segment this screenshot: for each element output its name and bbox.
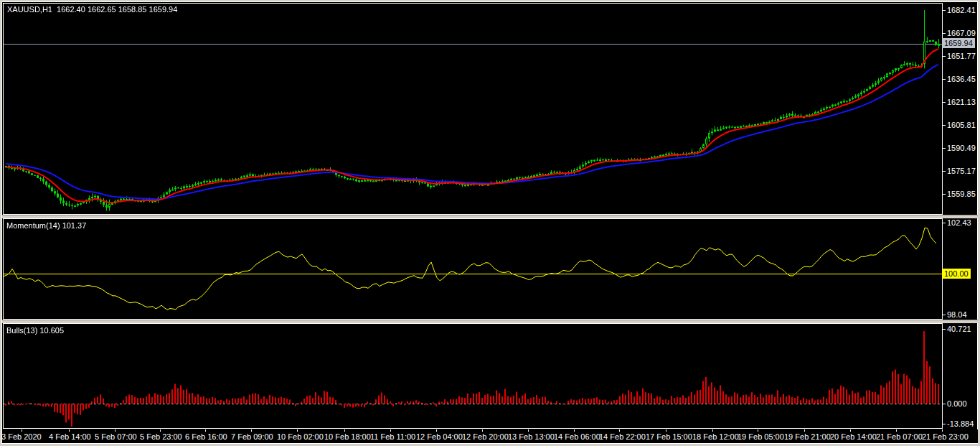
time-axis-tick [482,429,483,432]
time-axis-tick [251,429,252,432]
time-axis-label: 4 Feb 14:00 [49,432,91,441]
price-axis-label: 1636.45 [947,75,976,83]
time-axis-label: 13 Feb 13:00 [508,432,555,441]
bulls-axis-label: 40.721 [947,325,971,333]
symbol-ohlc-label: XAUUSD,H1 1662.40 1662.65 1658.85 1659.9… [7,5,177,14]
time-axis-label: 10 Feb 02:00 [277,432,324,441]
time-axis-tick [22,429,22,432]
momentum-axis-label: 98.04 [947,310,967,319]
momentum-indicator-label: Momentum(14) 101.37 [6,221,86,231]
bulls-axis-label-tick [942,404,946,404]
time-axis-tick [297,429,298,432]
time-axis-label: 7 Feb 09:00 [231,432,273,441]
time-axis-label: 10 Feb 18:00 [324,432,371,441]
momentum-axis-label: 102.43 [947,218,971,227]
time-axis-tick [344,429,345,432]
time-axis-tick [758,429,758,432]
price-axis-label-tick [942,148,946,149]
time-axis-label: 12 Feb 20:00 [462,432,509,441]
time-axis-tick [69,429,70,432]
bulls-panel [3,323,943,429]
candlestick-chart-canvas[interactable] [4,4,942,214]
time-axis-label: 21 Feb 23:00 [922,432,969,441]
price-axis-label-tick [942,102,946,103]
time-axis-label: 21 Feb 07:00 [876,432,923,441]
price-axis-label: 1651.77 [947,52,976,60]
price-axis-label: 1590.49 [947,144,976,152]
time-axis-label: 20 Feb 14:00 [830,432,877,441]
panel-splitter-bulls[interactable] [2,320,978,323]
time-axis-tick [896,429,897,432]
time-axis-label: 11 Feb 11:00 [370,432,415,441]
time-axis-label: 17 Feb 15:00 [646,432,692,441]
bulls-indicator-label: Bulls(13) 10.605 [6,326,64,335]
price-axis-label-tick [942,125,946,126]
price-axis-label: 1667.09 [947,29,976,37]
time-axis-tick [712,429,713,432]
panel-splitter-momentum[interactable] [2,215,978,218]
time-axis-tick [390,429,391,432]
time-axis-label: 6 Feb 16:00 [185,432,227,441]
time-axis-tick [436,429,437,432]
bulls-chart-canvas[interactable] [4,324,942,428]
time-axis-label: 12 Feb 04:00 [416,432,463,441]
time-axis-tick [804,429,805,432]
time-axis-label: 14 Feb 06:00 [554,432,600,441]
time-axis-tick [666,429,666,432]
time-axis-label: 5 Feb 07:00 [95,432,137,441]
mt4-chart-window: XAUUSD,H1 1662.40 1662.65 1658.85 1659.9… [0,0,980,446]
time-axis-label: 19 Feb 05:00 [738,432,784,441]
time-axis-label: 14 Feb 22:00 [599,432,646,441]
price-axis-label-tick [942,194,946,195]
momentum-axis-label-tick [942,315,946,315]
momentum-chart-canvas[interactable] [4,219,942,319]
time-axis-tick [115,429,116,432]
time-axis-label: 5 Feb 23:00 [140,432,182,441]
momentum-panel [3,218,943,320]
time-axis-tick [528,429,529,432]
bulls-axis-label: -13.884 [947,419,974,428]
bulls-axis-label-tick [942,424,946,424]
bulls-axis-label-tick [942,329,946,330]
price-chart-panel [3,3,943,215]
momentum-axis-label-tick [942,223,946,223]
time-axis-tick [942,429,943,432]
time-axis-tick [850,429,851,432]
bulls-axis-label: 0.000 [947,399,967,408]
price-axis-label: 1575.17 [947,167,976,175]
momentum-level-badge: 100.00 [942,269,971,279]
price-axis-label: 1621.13 [947,98,976,106]
time-axis-tick [205,429,206,432]
time-axis-tick [619,429,620,432]
price-axis-label: 1682.41 [947,6,976,14]
current-price-badge: 1659.94 [942,38,975,48]
price-axis-label-tick [942,79,946,80]
time-axis-label: 18 Feb 12:00 [692,432,739,441]
price-axis-label: 1605.81 [947,121,976,129]
time-axis-label: 19 Feb 21:00 [784,432,831,441]
price-axis-label-tick [942,171,946,172]
price-axis-label-tick [942,10,946,11]
price-axis-label: 1559.85 [947,190,976,198]
price-axis-label-tick [942,56,946,57]
price-axis-label-tick [942,33,946,34]
time-axis-tick [574,429,575,432]
time-axis-label: 3 Feb 2020 [1,432,42,441]
time-axis-tick [160,429,161,432]
